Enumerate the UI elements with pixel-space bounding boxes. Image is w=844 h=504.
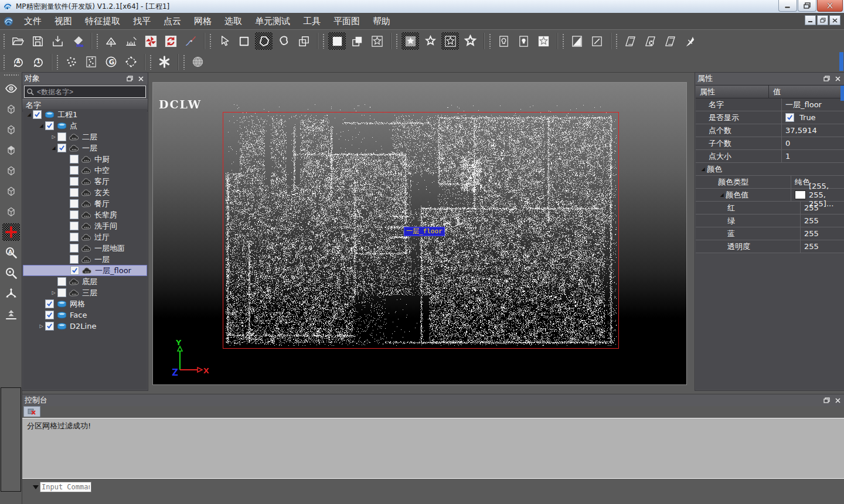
toolbar-drag-handle[interactable] [209,33,212,49]
toolbar-drag-handle[interactable] [149,55,152,70]
toolbar-drag-handle[interactable] [396,33,398,49]
window-minimize-button[interactable] [778,0,797,12]
tree-expander-icon[interactable]: ▷ [50,290,57,295]
tree-checkbox[interactable] [70,266,79,275]
clip-box-keep-button[interactable] [661,32,679,50]
properties-panel-float-icon[interactable] [822,74,831,83]
view-cube-2-button[interactable] [2,121,20,138]
left-strip-drag-handle[interactable] [4,74,19,76]
clip-box-button[interactable] [621,32,639,50]
point-scatter-button[interactable] [62,53,80,71]
property-row-蓝[interactable]: 蓝255 [696,227,844,240]
color-swatch[interactable] [795,190,806,199]
menu-视图[interactable]: 视图 [48,13,79,29]
command-dropdown-icon[interactable] [33,485,39,489]
tree-item-过厅[interactable]: 过厅 [23,231,147,243]
property-row-点大小[interactable]: 点大小1 [696,150,844,163]
tree-checkbox[interactable] [70,155,79,164]
polyline-fit-button[interactable] [182,32,199,50]
save-button[interactable] [29,32,46,50]
tree-item-一层[interactable]: ◢一层 [23,142,147,154]
property-expander-icon[interactable]: ◢ [718,192,726,197]
rect-select-button[interactable] [235,32,253,50]
pick-select-button[interactable] [215,32,233,50]
brush-lite-button[interactable]: lite [69,32,86,50]
view-cube-1-button[interactable] [2,100,20,118]
console-panel-close-icon[interactable] [833,396,842,404]
flatten-projection-button[interactable] [2,305,20,323]
property-row-红[interactable]: 红255 [696,202,844,214]
toolbar-drag-handle[interactable] [615,33,618,49]
menu-点云[interactable]: 点云 [157,13,188,29]
tree-checkbox[interactable] [57,277,66,286]
pinwheel-button[interactable] [142,32,159,50]
invert-shade-button[interactable] [568,32,586,50]
window-close-button[interactable] [817,0,843,12]
tree-item-底层[interactable]: 底层 [23,276,147,287]
tree-checkbox[interactable] [70,255,79,264]
tree-item-三层[interactable]: ▷三层 [23,287,147,298]
zoom-all-button[interactable]: A [2,244,20,261]
tree-checkbox[interactable] [45,121,54,130]
hide-selection-button[interactable] [515,32,532,50]
menu-工具[interactable]: 工具 [297,13,327,29]
window-restore-button[interactable] [798,0,816,12]
sync-refresh-button[interactable] [162,32,179,50]
tree-checkbox[interactable] [57,144,66,152]
tree-item-一层_floor[interactable]: 一层_floor [23,265,147,276]
viewport-3d[interactable]: DCLW 一层_floor Y X Z [152,82,687,385]
open-button[interactable] [9,32,26,50]
toolbar-drag-handle[interactable] [3,55,5,70]
tree-checkbox[interactable] [45,311,54,319]
menu-特征提取[interactable]: 特征提取 [79,13,127,29]
view-cube-4-button[interactable] [2,182,20,200]
view-cube-5-button[interactable] [2,203,20,220]
tree-checkbox[interactable] [33,110,42,119]
tree-checkbox[interactable] [45,299,54,308]
tree-item-玄关[interactable]: 玄关 [23,187,147,198]
properties-panel-close-icon[interactable] [833,74,842,83]
menu-单元测试[interactable]: 单元测试 [249,13,297,29]
trim-knife-button[interactable] [681,32,699,50]
tree-expander-icon[interactable]: ◢ [38,123,45,128]
tree-item-长辈房[interactable]: 长辈房 [23,209,147,220]
star-dashed-2-button[interactable] [441,32,459,50]
property-row-透明度[interactable]: 透明度255 [696,240,844,253]
tree-item-二层[interactable]: ▷二层 [23,131,147,142]
tree-expander-icon[interactable]: ◢ [50,145,57,151]
menu-帮助[interactable]: 帮助 [366,13,397,29]
properties-col-property[interactable]: 属性 [696,85,769,98]
move-axis-button[interactable] [2,285,20,302]
zoom-window-button[interactable] [2,264,20,282]
polygon-select-button[interactable] [255,32,273,50]
menu-网格[interactable]: 网格 [188,13,218,29]
tree-item-洗手间[interactable]: 洗手间 [23,220,147,231]
circle-points-button[interactable] [122,53,139,71]
tree-expander-icon[interactable]: ◢ [25,112,33,117]
visibility-button[interactable] [2,80,20,97]
tree-checkbox[interactable] [70,233,79,241]
star-large-button[interactable] [461,32,479,50]
fit-plane-button[interactable] [102,32,120,50]
star-boxed-select-button[interactable] [401,32,419,50]
view-cube-3-button[interactable] [2,162,20,179]
tree-item-中空[interactable]: 中空 [23,165,147,176]
add-cross-section-button[interactable] [2,223,20,241]
tree-item-中厨[interactable]: 中厨 [23,154,147,165]
clip-box-delete-button[interactable] [641,32,659,50]
tree-item-客厅[interactable]: 客厅 [23,176,147,187]
star-dashed-select-button[interactable] [368,32,386,50]
property-row-绿[interactable]: 绿255 [696,214,844,227]
g-tool-button[interactable]: G [102,53,120,71]
tree-item-工程1[interactable]: ◢工程1 [23,109,147,120]
tree-checkbox[interactable] [57,132,66,141]
star-outline-select-button[interactable] [421,32,439,50]
properties-scroll-thumb[interactable] [840,86,844,101]
tree-item-网格[interactable]: 网格 [23,298,147,309]
register-auto-button[interactable]: A [9,53,26,71]
tree-item-一层地面[interactable]: 一层地面 [23,243,147,254]
level-ruler-button[interactable] [122,32,139,50]
tree-item-餐厅[interactable]: 餐厅 [23,198,147,209]
toolbar-drag-handle[interactable] [3,33,5,49]
toolbar-drag-handle[interactable] [562,33,564,49]
